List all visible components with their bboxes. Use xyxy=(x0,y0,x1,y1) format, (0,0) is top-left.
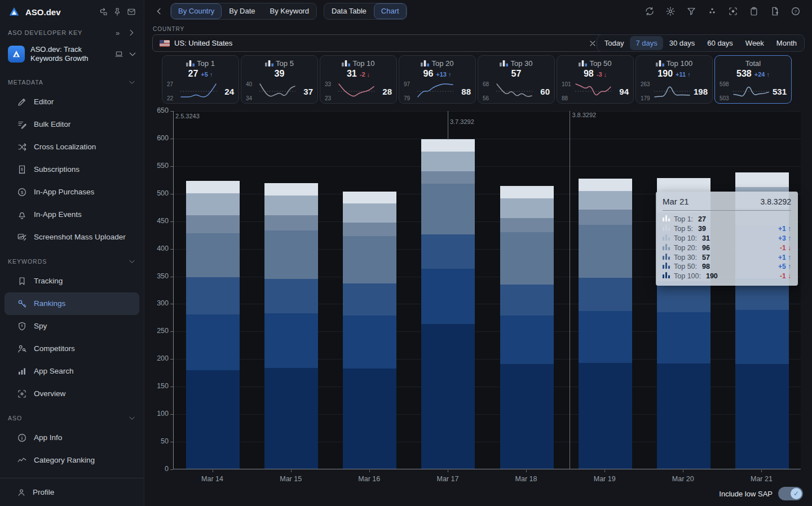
scan-icon[interactable] xyxy=(728,6,738,16)
bar-segment-top-50[interactable] xyxy=(186,314,240,370)
stat-card-total[interactable]: Total538+24 ↑598503531 xyxy=(714,55,792,104)
bar-segment-top-100[interactable] xyxy=(500,364,554,469)
tab-by-date[interactable]: By Date xyxy=(222,3,262,19)
bar-segment-top-50[interactable] xyxy=(421,269,475,324)
range-month[interactable]: Month xyxy=(770,39,803,47)
bar-segment-top-30[interactable] xyxy=(264,279,318,313)
bar-segment-top-100[interactable] xyxy=(657,363,710,469)
sidebar-item-tracking[interactable]: Tracking xyxy=(5,270,139,292)
bar-segment-top-5[interactable] xyxy=(421,152,475,171)
sidebar-item-app-info[interactable]: App Info xyxy=(5,427,139,449)
bar-segment-top-5[interactable] xyxy=(264,196,318,215)
close-icon[interactable] xyxy=(588,39,597,48)
bar-segment-top-1[interactable] xyxy=(186,181,240,193)
range-week[interactable]: Week xyxy=(739,39,770,47)
rankings-chart[interactable]: Mar 21 3.8.3292 Top 1:27Top 5:39+1 ↑Top … xyxy=(144,107,812,486)
bar-segment-top-10[interactable] xyxy=(343,223,396,236)
include-low-sap-toggle[interactable]: ✓ xyxy=(778,487,803,500)
help-icon[interactable]: ? xyxy=(791,6,801,16)
bar-segment-top-30[interactable] xyxy=(579,278,632,311)
sidebar-item-subscriptions[interactable]: $Subscriptions xyxy=(5,158,139,181)
sidebar-item-in-app-events[interactable]: In-App Events xyxy=(5,203,139,226)
stat-card-top-30[interactable]: Top 3057685660 xyxy=(478,55,555,104)
sidebar-item-competitors[interactable]: Competitors xyxy=(5,338,139,360)
chevron-down-icon[interactable] xyxy=(128,414,136,422)
pin-icon[interactable] xyxy=(113,7,122,16)
range-30-days[interactable]: 30 days xyxy=(663,39,701,47)
bar-segment-top-100[interactable] xyxy=(735,364,789,469)
bar-segment-top-20[interactable] xyxy=(421,184,475,234)
bar-segment-top-30[interactable] xyxy=(421,234,475,269)
sidebar-item-rankings[interactable]: Rankings xyxy=(5,292,139,315)
sidebar-item-screenshot-mass-uploader[interactable]: Screenshot Mass Uploader xyxy=(5,226,139,248)
clipboard-icon[interactable] xyxy=(749,6,759,16)
document-add-icon[interactable] xyxy=(770,6,780,16)
chevron-down-icon[interactable] xyxy=(128,258,136,265)
refresh-icon[interactable] xyxy=(645,6,655,16)
bar-segment-top-5[interactable] xyxy=(579,191,632,210)
chevron-down-icon[interactable] xyxy=(128,78,136,86)
sidebar-item-profile[interactable]: Profile xyxy=(0,478,144,506)
tab-chart[interactable]: Chart xyxy=(374,3,407,19)
bar-segment-top-10[interactable] xyxy=(264,215,318,230)
bar-segment-top-100[interactable] xyxy=(343,369,396,469)
range-60-days[interactable]: 60 days xyxy=(701,39,739,47)
chart-plot-area[interactable] xyxy=(173,111,801,469)
bar-segment-top-100[interactable] xyxy=(579,363,632,469)
bar-segment-top-1[interactable] xyxy=(343,192,396,204)
bar-segment-top-10[interactable] xyxy=(579,210,632,224)
sidebar-item-bulk-editor[interactable]: Bulk Editor xyxy=(5,113,139,136)
bar-segment-top-10[interactable] xyxy=(186,215,240,233)
stat-card-top-50[interactable]: Top 5098-3 ↓1018894 xyxy=(557,55,634,104)
tab-by-country[interactable]: By Country xyxy=(171,3,222,19)
bar-segment-top-1[interactable] xyxy=(735,172,789,187)
bar-segment-top-20[interactable] xyxy=(186,233,240,277)
filter-icon[interactable] xyxy=(686,6,696,16)
tab-by-keyword[interactable]: By Keyword xyxy=(263,3,316,19)
bar-segment-top-5[interactable] xyxy=(186,193,240,215)
bar-segment-top-30[interactable] xyxy=(500,285,554,316)
sidebar-item-app-search[interactable]: App Search xyxy=(5,360,139,383)
bar-segment-top-50[interactable] xyxy=(264,313,318,368)
bar-segment-top-30[interactable] xyxy=(186,277,240,315)
gear-icon[interactable] xyxy=(665,6,676,16)
sidebar-item-overview[interactable]: Overview xyxy=(5,383,139,405)
range-today[interactable]: Today xyxy=(598,39,630,47)
bar-segment-top-50[interactable] xyxy=(735,310,789,364)
bar-segment-top-100[interactable] xyxy=(421,324,475,469)
bar-segment-top-1[interactable] xyxy=(500,186,554,198)
bar-segment-top-20[interactable] xyxy=(579,225,632,278)
bar-segment-top-20[interactable] xyxy=(500,232,554,285)
bar-segment-top-10[interactable] xyxy=(421,171,475,184)
chevron-right-icon[interactable] xyxy=(127,28,136,37)
bar-segment-top-50[interactable] xyxy=(657,312,710,363)
sidebar-item-editor[interactable]: Editor xyxy=(5,91,139,113)
bar-segment-top-100[interactable] xyxy=(264,368,318,469)
stat-card-top-5[interactable]: Top 539403437 xyxy=(241,55,318,104)
stat-card-top-20[interactable]: Top 2096+13 ↑977988 xyxy=(399,55,476,104)
bar-segment-top-20[interactable] xyxy=(343,236,396,283)
bar-segment-top-5[interactable] xyxy=(343,203,396,222)
bar-segment-top-50[interactable] xyxy=(579,311,632,363)
country-select[interactable]: US: United States xyxy=(152,34,624,52)
bar-segment-top-30[interactable] xyxy=(343,283,396,316)
bar-segment-top-30[interactable] xyxy=(657,281,710,312)
bar-segment-top-20[interactable] xyxy=(264,230,318,279)
range-7-days[interactable]: 7 days xyxy=(630,36,663,50)
bar-segment-top-5[interactable] xyxy=(500,198,554,218)
dots-icon[interactable] xyxy=(707,6,717,16)
workflow-icon[interactable] xyxy=(99,7,108,16)
bar-segment-top-100[interactable] xyxy=(186,370,240,469)
stat-card-top-1[interactable]: Top 127+5 ↑272224 xyxy=(162,55,239,104)
sidebar-item-in-app-purchases[interactable]: $In-App Purchases xyxy=(5,181,139,203)
bar-segment-top-1[interactable] xyxy=(264,183,318,196)
bar-segment-top-1[interactable] xyxy=(579,179,632,191)
tab-data-table[interactable]: Data Table xyxy=(324,3,374,19)
sidebar-item-cross-localization[interactable]: Cross Localization xyxy=(5,136,139,158)
current-app-item[interactable]: ASO.dev: Track Keywords Growth xyxy=(0,41,144,69)
mail-icon[interactable] xyxy=(127,7,136,16)
chevron-down-icon[interactable] xyxy=(128,50,137,59)
bar-segment-top-1[interactable] xyxy=(421,139,475,152)
back-button[interactable] xyxy=(155,7,164,16)
stat-card-top-100[interactable]: Top 100190+11 ↑263179198 xyxy=(636,55,713,104)
